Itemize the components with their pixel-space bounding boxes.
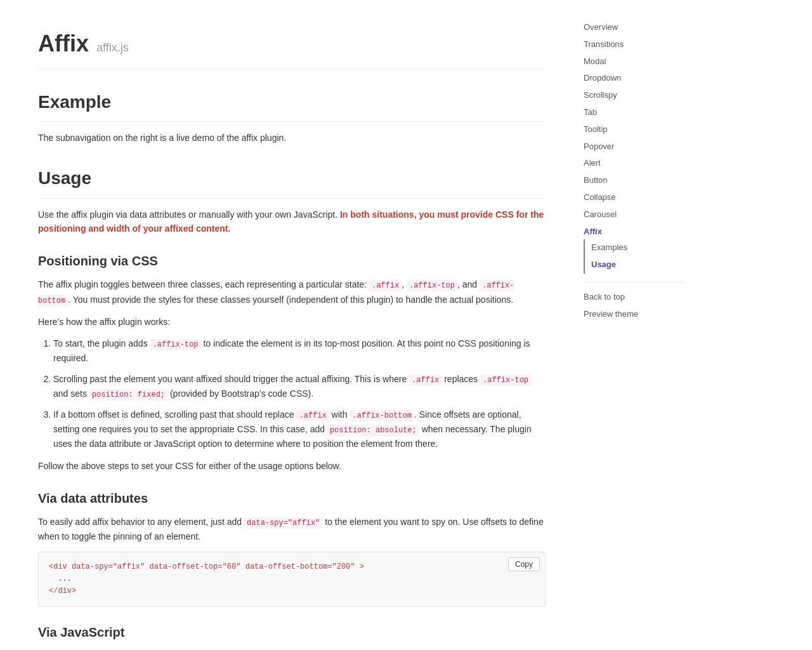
- example-heading: Example: [38, 88, 546, 123]
- sidebar-item-button[interactable]: Button: [584, 172, 685, 189]
- how-it-works: Here’s how the affix plugin works:: [38, 315, 546, 329]
- affix-top-code: .affix-top: [407, 280, 457, 291]
- sidebar-item-overview[interactable]: Overview: [584, 19, 685, 36]
- usage-body-plain: Use the affix plugin via data attributes…: [38, 209, 337, 220]
- sidebar-item-tooltip[interactable]: Tooltip: [584, 121, 685, 138]
- positioning-heading: Positioning via CSS: [38, 251, 546, 271]
- code-line-2: ...: [49, 573, 535, 585]
- positioning-intro-text: The affix plugin toggles between three c…: [38, 279, 367, 289]
- sidebar-item-carousel[interactable]: Carousel: [584, 206, 685, 223]
- step-1: To start, the plugin adds .affix-top to …: [53, 336, 546, 366]
- page-title: Affix affix.js: [38, 25, 546, 69]
- position-fixed-code: position: fixed;: [89, 389, 167, 401]
- usage-heading: Usage: [38, 164, 546, 199]
- via-js-heading: Via JavaScript: [38, 622, 546, 642]
- affix-code-step2: .affix: [409, 375, 442, 386]
- sidebar-sub-usage[interactable]: Usage: [591, 256, 685, 274]
- example-body: The subnavigation on the right is a live…: [38, 131, 546, 145]
- positioning-intro: The affix plugin toggles between three c…: [38, 277, 546, 307]
- via-data-heading: Via data attributes: [38, 488, 546, 508]
- sidebar-item-transitions[interactable]: Transitions: [584, 36, 685, 53]
- usage-body: Use the affix plugin via data attributes…: [38, 208, 546, 236]
- code-line-1: <div data-spy="affix" data-offset-top="6…: [49, 561, 535, 573]
- copy-button-1[interactable]: Copy: [508, 557, 540, 571]
- sidebar: Overview Transitions Modal Dropdown Scro…: [571, 13, 698, 650]
- via-data-code-block: Copy <div data-spy="affix" data-offset-t…: [38, 552, 546, 607]
- back-to-top-link[interactable]: Back to top: [584, 289, 685, 306]
- sidebar-item-scrollspy[interactable]: Scrollspy: [584, 87, 685, 104]
- step-3: If a bottom offset is defined, scrolling…: [53, 408, 546, 451]
- affix-code-step3: .affix: [296, 410, 329, 421]
- sidebar-nav: Overview Transitions Modal Dropdown Scro…: [584, 19, 685, 275]
- title-subtitle: affix.js: [96, 39, 129, 57]
- sidebar-item-affix[interactable]: Affix Examples Usage: [584, 223, 685, 275]
- title-text: Affix: [38, 25, 89, 62]
- affix-code: .affix: [369, 280, 402, 291]
- affix-bottom-code-step3: .affix-bottom: [350, 410, 414, 421]
- via-data-body: To easily add affix behavior to any elem…: [38, 515, 546, 544]
- affix-top-code-step2: .affix-top: [480, 375, 531, 386]
- affix-top-code-step1: .affix-top: [150, 339, 201, 350]
- sidebar-sub-nav: Examples Usage: [584, 239, 685, 274]
- sidebar-sub-examples[interactable]: Examples: [591, 239, 685, 256]
- step-2: Scrolling past the element you want affi…: [53, 372, 546, 401]
- positioning-suffix: You must provide the styles for these cl…: [73, 295, 513, 305]
- positioning-steps: To start, the plugin adds .affix-top to …: [53, 336, 546, 451]
- sidebar-divider: [584, 282, 685, 282]
- position-absolute-code: position: absolute;: [327, 425, 419, 436]
- sidebar-item-dropdown[interactable]: Dropdown: [584, 70, 685, 87]
- follow-up: Follow the above steps to set your CSS f…: [38, 459, 546, 473]
- sidebar-item-alert[interactable]: Alert: [584, 155, 685, 172]
- preview-theme-link[interactable]: Preview theme: [584, 306, 685, 323]
- main-content: Affix affix.js Example The subnavigation…: [0, 13, 571, 650]
- sidebar-item-modal[interactable]: Modal: [584, 53, 685, 70]
- sidebar-extra: Back to top Preview theme: [584, 289, 685, 323]
- data-spy-code: data-spy="affix": [244, 517, 322, 529]
- sidebar-item-collapse[interactable]: Collapse: [584, 189, 685, 206]
- sidebar-item-popover[interactable]: Popover: [584, 138, 685, 156]
- sidebar-item-tab[interactable]: Tab: [584, 104, 685, 121]
- code-line-3: </div>: [49, 585, 535, 597]
